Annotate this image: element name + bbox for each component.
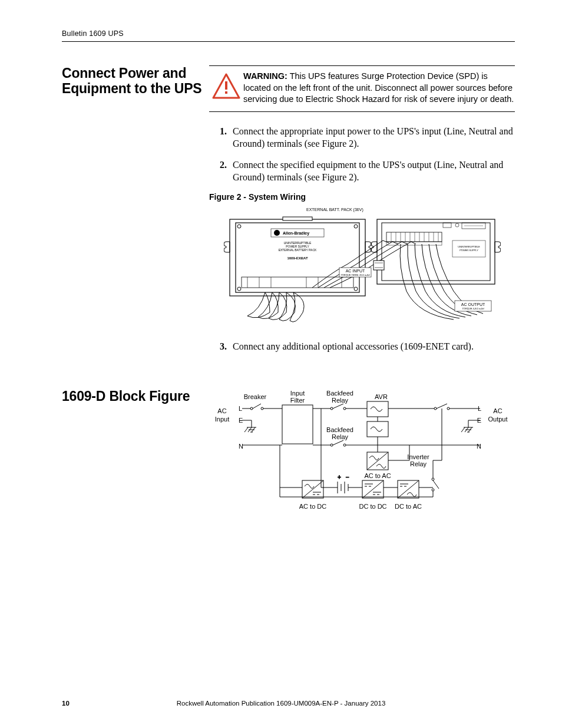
svg-point-6	[354, 225, 358, 228]
svg-rect-98	[367, 401, 388, 417]
section-heading-block-figure: 1609-D Block Figure	[62, 388, 209, 404]
svg-rect-24	[377, 219, 495, 284]
heading-line2: Equipment to the UPS	[62, 81, 202, 96]
step-1: Connect the appropriate input power to t…	[229, 125, 515, 150]
figure-block-diagram: Breaker Input Filter Backfeed Relay AVR …	[209, 388, 515, 524]
svg-rect-26	[443, 223, 451, 228]
svg-text:Allen-Bradley: Allen-Bradley	[283, 231, 309, 236]
svg-text:AC: AC	[493, 407, 502, 414]
svg-point-102	[434, 407, 437, 410]
svg-text:−: −	[346, 474, 349, 480]
svg-point-123	[432, 478, 434, 480]
page-footer: 10 Rockwell Automation Publication 1609-…	[0, 700, 562, 707]
warning-box: WARNING: This UPS features Surge Protect…	[209, 65, 515, 112]
svg-rect-17	[242, 277, 353, 288]
svg-point-92	[330, 444, 333, 446]
svg-text:DC to AC: DC to AC	[395, 503, 422, 510]
warning-text: WARNING: This UPS features Surge Protect…	[243, 71, 515, 106]
svg-point-8	[354, 287, 358, 291]
svg-text:Input: Input	[290, 390, 305, 397]
step-2: Connect the specified equipment to the U…	[229, 159, 515, 184]
svg-text:AC INPUT: AC INPUT	[345, 269, 365, 273]
svg-rect-71	[282, 405, 313, 444]
svg-rect-99	[367, 421, 388, 437]
publication-info: Rockwell Automation Publication 1609-UM0…	[177, 700, 386, 707]
svg-rect-2	[225, 91, 227, 94]
svg-text:Relay: Relay	[332, 433, 349, 440]
svg-text:N: N	[239, 443, 243, 450]
figure-2-system-wiring: EXTERNAL BATT. PACK (36V) Allen-Brad	[209, 205, 515, 332]
svg-text:Filter: Filter	[290, 397, 305, 404]
svg-line-103	[437, 404, 447, 409]
page-number: 10	[62, 700, 70, 707]
svg-text:Breaker: Breaker	[244, 393, 267, 400]
svg-text:Output: Output	[488, 416, 507, 423]
svg-rect-46	[373, 261, 384, 270]
svg-line-133	[302, 480, 323, 498]
svg-line-115	[367, 452, 388, 470]
svg-text:Relay: Relay	[332, 397, 349, 404]
svg-line-111	[461, 427, 465, 432]
svg-point-73	[250, 407, 253, 410]
svg-text:AC: AC	[217, 407, 226, 414]
warning-label: WARNING:	[243, 71, 287, 81]
svg-text:EXTERNAL BATTERY PACK: EXTERNAL BATTERY PACK	[278, 248, 316, 252]
svg-point-89	[343, 407, 346, 410]
svg-text:AC OUTPUT: AC OUTPUT	[461, 302, 485, 307]
svg-text:UNINTERRUPTIBLE: UNINTERRUPTIBLE	[458, 245, 480, 248]
svg-text:AC to AC: AC to AC	[364, 472, 391, 479]
svg-text:L: L	[239, 405, 242, 412]
svg-point-5	[237, 225, 241, 228]
svg-text:N: N	[477, 443, 481, 450]
svg-point-94	[343, 444, 346, 446]
svg-line-149	[362, 480, 384, 498]
step-3: Connect any additional optional accessor…	[229, 340, 515, 353]
svg-text:AC to DC: AC to DC	[299, 503, 327, 510]
svg-text:Backfeed: Backfeed	[326, 426, 353, 433]
svg-text:1609-EXBAT: 1609-EXBAT	[287, 256, 308, 260]
svg-text:Input: Input	[215, 416, 229, 423]
svg-line-159	[398, 480, 419, 498]
svg-text:Relay: Relay	[410, 460, 427, 467]
svg-point-7	[237, 287, 241, 291]
svg-text:AVR: AVR	[375, 393, 388, 400]
svg-text:TORQUE TERM. 20.0 in-lbf: TORQUE TERM. 20.0 in-lbf	[340, 274, 370, 276]
svg-text:DC to DC: DC to DC	[359, 503, 386, 510]
svg-point-75	[261, 407, 263, 410]
svg-point-125	[432, 489, 434, 491]
svg-point-87	[330, 407, 333, 410]
running-header: Bulletin 1609 UPS	[62, 29, 515, 42]
svg-rect-1	[225, 81, 227, 90]
svg-point-11	[274, 230, 280, 236]
heading-line1: Connect Power and	[62, 65, 186, 81]
svg-text:POWER SUPPLY: POWER SUPPLY	[459, 249, 478, 252]
svg-line-93	[333, 440, 343, 445]
ext-batt-label: EXTERNAL BATT. PACK (36V)	[306, 207, 363, 212]
svg-text:Inverter: Inverter	[407, 453, 429, 460]
svg-rect-25	[382, 223, 490, 281]
svg-line-74	[253, 404, 261, 409]
svg-text:+: +	[338, 474, 341, 480]
svg-line-88	[333, 404, 343, 409]
section-heading-connect: Connect Power and Equipment to the UPS	[62, 65, 209, 97]
svg-text:Backfeed: Backfeed	[326, 390, 353, 397]
warning-triangle-icon	[209, 71, 243, 99]
svg-point-27	[455, 223, 459, 227]
figure-2-caption: Figure 2 - System Wiring	[209, 192, 515, 202]
svg-text:TORQUE 4-8.0 in-lbf: TORQUE 4-8.0 in-lbf	[462, 307, 484, 310]
svg-line-124	[433, 480, 439, 489]
svg-line-82	[244, 427, 248, 432]
svg-rect-9	[283, 217, 312, 220]
svg-point-104	[447, 407, 449, 410]
